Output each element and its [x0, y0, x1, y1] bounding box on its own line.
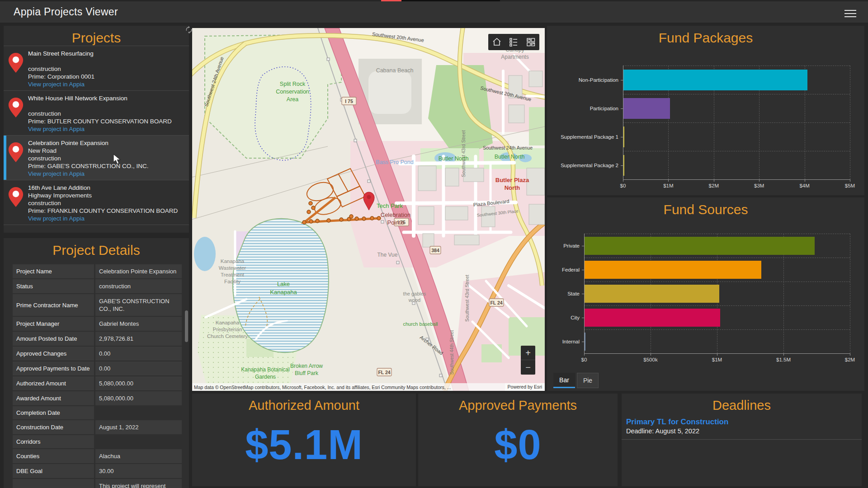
map-label: Church Cemetery: [207, 333, 248, 339]
row-gridline: [623, 66, 850, 66]
x-tick-label: $0: [581, 357, 587, 362]
map-panel[interactable]: I 75I 75384FL 24FL 24 Southwest 20th Ave…: [192, 28, 545, 391]
menu-icon[interactable]: [844, 8, 856, 17]
authorized-amount-title: Authorized Amount: [192, 394, 416, 413]
detail-label: Prime Contractor Name: [13, 294, 94, 316]
x-tick-label: $500k: [643, 357, 657, 362]
detail-row: DBE Goal30.00: [13, 464, 183, 478]
gridline: [850, 234, 850, 353]
map-label: Cabana Beach: [376, 67, 414, 74]
project-item[interactable]: White House Hill Network Expansionconstr…: [4, 91, 189, 136]
detail-value: [95, 435, 182, 448]
detail-value: [95, 406, 182, 419]
map-pin-icon: [8, 50, 28, 88]
project-details-table: Project NameCelebration Pointe Expansion…: [13, 264, 183, 488]
powered-by-esri: Powered by Esri: [505, 383, 545, 391]
map-label: Wastewater: [219, 265, 246, 271]
category-label: Participation: [551, 94, 618, 122]
project-subtitle: New Road: [28, 147, 149, 155]
authorized-amount-value: $5.1M: [192, 421, 416, 469]
detail-row: Project NameCelebration Pointe Expansion: [13, 264, 183, 278]
x-tick-label: $2M: [845, 357, 855, 362]
project-details-panel: Project Details Project NameCelebration …: [4, 238, 189, 488]
details-scrollbar[interactable]: [185, 310, 188, 342]
map-label: Apartments: [501, 54, 528, 60]
category-tick: [582, 246, 584, 246]
project-item[interactable]: 16th Ave Lane AdditionHighway Improvemen…: [4, 180, 189, 225]
bar[interactable]: [623, 70, 807, 90]
map-label: Kanapaha Botanical: [241, 366, 289, 373]
sync-icon[interactable]: [185, 26, 193, 34]
row-gridline: [623, 94, 850, 94]
detail-value: construction: [95, 279, 182, 293]
detail-label: Status: [13, 279, 94, 293]
bar[interactable]: [623, 98, 670, 119]
map-label: The Vue: [377, 252, 398, 258]
x-axis: [584, 353, 850, 354]
bar[interactable]: [585, 237, 815, 255]
projects-list: Main Street ResurfacingconstructionPrime…: [4, 46, 189, 225]
approved-payments-panel: Approved Payments $0: [418, 394, 618, 486]
project-item-text: Main Street ResurfacingconstructionPrime…: [28, 50, 94, 88]
basemap-gallery-icon[interactable]: [526, 37, 536, 47]
project-prime: Prime: GABE'S CONSTRUCTION CO., INC.: [28, 162, 149, 170]
category-tick: [582, 342, 584, 342]
view-project-link[interactable]: View project in Appia: [28, 81, 85, 88]
detail-row: Authorized Amount5,080,000.00: [13, 376, 183, 390]
legend-icon[interactable]: [509, 37, 519, 47]
map-svg[interactable]: I 75I 75384FL 24FL 24 Southwest 20th Ave…: [192, 28, 545, 391]
category-tick: [621, 108, 623, 109]
detail-label: Construction Date: [13, 420, 94, 434]
detail-value: August 1, 2022: [95, 420, 182, 434]
approved-payments-title: Approved Payments: [418, 394, 618, 413]
row-gridline: [623, 151, 850, 151]
detail-value: This project will represent Phase 1 in e…: [95, 479, 182, 488]
bar[interactable]: [585, 261, 761, 279]
category-label: Internal: [548, 329, 580, 353]
deadlines-divider: [622, 439, 862, 440]
map-label: Butler North: [439, 155, 469, 162]
map-label: Broken Arrow: [290, 363, 323, 369]
project-name: 16th Ave Lane Addition: [28, 184, 178, 192]
map-pin-icon: [8, 184, 28, 222]
project-item-text: White House Hill Network Expansionconstr…: [28, 94, 172, 133]
tab-pie[interactable]: Pie: [577, 373, 599, 388]
view-project-link[interactable]: View project in Appia: [28, 170, 85, 177]
detail-value: 30.00: [95, 464, 182, 478]
bar[interactable]: [623, 155, 624, 176]
bar[interactable]: [585, 309, 720, 327]
bar[interactable]: [585, 285, 719, 303]
map-label: Facility: [224, 279, 241, 284]
project-details-title: Project Details: [4, 238, 189, 258]
deadline-link[interactable]: Primary TL for Construction: [626, 418, 862, 427]
tab-bar[interactable]: Bar: [553, 373, 575, 388]
home-icon[interactable]: [492, 37, 502, 47]
project-item[interactable]: Main Street ResurfacingconstructionPrime…: [4, 46, 189, 91]
detail-value: 5,080,000.00: [95, 391, 182, 405]
zoom-in-button[interactable]: +: [521, 346, 535, 360]
map-label: Area: [287, 96, 298, 103]
project-status: construction: [28, 110, 172, 117]
detail-value: Gabriel Montes: [95, 317, 182, 331]
bar[interactable]: [623, 127, 624, 147]
map-label: Southwest 44th Street: [449, 330, 454, 375]
detail-row: Approved Payments to Date0.00: [13, 361, 183, 375]
project-prime: Prime: FRANKLIN COUNTY CONSERVATION BOAR…: [28, 207, 178, 215]
project-item[interactable]: Celebration Pointe ExpansionNew Roadcons…: [4, 136, 189, 180]
detail-row: CountiesAlachua: [13, 449, 183, 463]
detail-label: Awarded Amount: [13, 391, 94, 405]
row-gridline: [584, 258, 850, 258]
map-label: church baseball: [403, 321, 438, 327]
view-project-link[interactable]: View project in Appia: [28, 126, 85, 132]
bar[interactable]: [585, 333, 585, 351]
road-shield: FL 24: [377, 368, 392, 376]
view-project-link[interactable]: View project in Appia: [28, 215, 85, 222]
detail-label: Amount Posted to Date: [13, 332, 94, 346]
detail-label: Description: [13, 479, 94, 488]
detail-label: DBE Goal: [13, 464, 94, 478]
map-label: Conservation: [276, 89, 309, 95]
zoom-out-button[interactable]: −: [521, 360, 535, 375]
row-gridline: [623, 122, 850, 123]
category-tick: [582, 318, 584, 318]
detail-label: Project Name: [13, 264, 94, 278]
